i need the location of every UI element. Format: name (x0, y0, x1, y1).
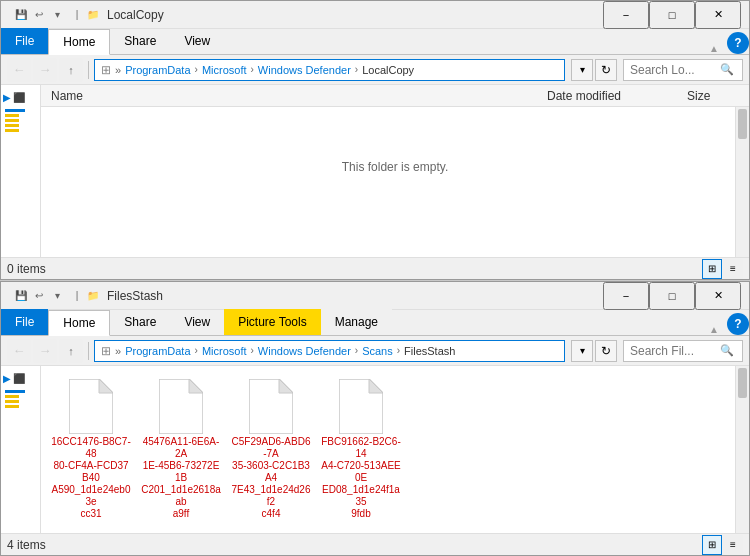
tab-view-2[interactable]: View (170, 309, 224, 335)
view-btn-list-2[interactable]: ≡ (723, 535, 743, 555)
separator-icon-2: | (69, 288, 85, 304)
nav-expand-2[interactable]: ▶ (3, 373, 11, 384)
view-btn-grid-1[interactable]: ⊞ (702, 259, 722, 279)
file-icon-item-file1[interactable]: 16CC1476-B8C7-4880-CF4A-FCD37B40A590_1d1… (51, 376, 131, 520)
dropdown-icon-1[interactable]: ▾ (49, 7, 65, 23)
bc2-programdata[interactable]: ProgramData (125, 345, 190, 357)
file-list-1: Name Date modified Size This folder is e… (41, 85, 749, 257)
tab-home-1[interactable]: Home (48, 29, 110, 55)
back-btn-2[interactable]: ← (7, 339, 31, 363)
forward-btn-1[interactable]: → (33, 58, 57, 82)
tab-manage-2[interactable]: Manage (321, 309, 392, 335)
search-icon-2[interactable]: 🔍 (720, 344, 734, 357)
bc2-microsoft[interactable]: Microsoft (202, 345, 247, 357)
nav-indicator-5 (5, 129, 19, 132)
col-size-1[interactable]: Size (683, 89, 743, 103)
bc-programdata[interactable]: ProgramData (125, 64, 190, 76)
view-btn-grid-2[interactable]: ⊞ (702, 535, 722, 555)
quick-access-2: 💾 ↩ ▾ (9, 288, 69, 304)
tab-view-1[interactable]: View (170, 28, 224, 54)
file-name-file1: 16CC1476-B8C7-4880-CF4A-FCD37B40A590_1d1… (51, 436, 131, 520)
tab-home-2[interactable]: Home (48, 310, 110, 336)
folder-title-icon-2: 📁 (85, 288, 101, 304)
tab-share-2[interactable]: Share (110, 309, 170, 335)
tab-picture-tools-2[interactable]: Picture Tools (224, 309, 320, 335)
toolbar-sep-2 (88, 342, 89, 360)
file-icon-item-file3[interactable]: C5F29AD6-ABD6-7A35-3603-C2C1B3A47E43_1d1… (231, 376, 311, 520)
address-dropdown-btn-2[interactable]: ▾ (571, 340, 593, 362)
help-btn-2[interactable]: ? (727, 313, 749, 335)
ribbon-collapse-btn-2[interactable]: ▲ (709, 324, 719, 335)
scrollbar-thumb-1 (738, 109, 747, 139)
scrollbar-v-1[interactable] (735, 107, 749, 257)
ribbon-collapse-btn-1[interactable]: ▲ (709, 43, 719, 54)
bc2-filesstash[interactable]: FilesStash (404, 345, 455, 357)
bc2-arr-1: › (195, 345, 198, 356)
bc-microsoft[interactable]: Microsoft (202, 64, 247, 76)
bc-arr-3: › (355, 64, 358, 75)
folder-title-icon: 📁 (85, 7, 101, 23)
address-path-2[interactable]: ⊞ » ProgramData › Microsoft › Windows De… (94, 340, 565, 362)
quick-save-icon[interactable]: 💾 (13, 7, 29, 23)
scrollbar-thumb-2 (738, 368, 747, 398)
bc2-scans[interactable]: Scans (362, 345, 393, 357)
main-area-2: ▶ ⬛ 16CC1476-B8C7-4880-CF4A-FCD37B40A590… (1, 366, 749, 533)
column-headers-1: Name Date modified Size (41, 85, 749, 107)
bc-localcopy[interactable]: LocalCopy (362, 64, 414, 76)
ribbon-2: File Home Share View Picture Tools Manag… (1, 310, 749, 336)
nav-indicator-22 (5, 395, 19, 398)
nav-expand-1[interactable]: ▶ (3, 92, 11, 103)
tab-file-1[interactable]: File (1, 28, 48, 54)
tab-share-1[interactable]: Share (110, 28, 170, 54)
bc-windefender[interactable]: Windows Defender (258, 64, 351, 76)
address-icon: ⊞ (101, 63, 111, 77)
window-controls-1: − □ ✕ (603, 1, 741, 29)
file-icon-item-file2[interactable]: 45476A11-6E6A-2A1E-45B6-73272E1BC201_1d1… (141, 376, 221, 520)
file-icon-svg-file3 (247, 376, 295, 436)
nav-indicator-3 (5, 119, 19, 122)
minimize-btn-2[interactable]: − (603, 282, 649, 310)
search-input-1[interactable] (630, 63, 720, 77)
icon-view-container-2: 16CC1476-B8C7-4880-CF4A-FCD37B40A590_1d1… (41, 366, 749, 533)
file-icon-item-file4[interactable]: FBC91662-B2C6-14A4-C720-513AEE0EED08_1d1… (321, 376, 401, 520)
file-icon-svg-file2 (157, 376, 205, 436)
up-btn-2[interactable]: ↑ (59, 339, 83, 363)
svg-marker-5 (279, 379, 293, 393)
nav-indicator-21 (5, 390, 25, 393)
svg-marker-3 (189, 379, 203, 393)
quick-save-icon-2[interactable]: 💾 (13, 288, 29, 304)
search-icon-1[interactable]: 🔍 (720, 63, 734, 76)
search-input-2[interactable] (630, 344, 720, 358)
search-box-2[interactable]: 🔍 (623, 340, 743, 362)
tab-file-2[interactable]: File (1, 309, 48, 335)
bc-sep-0: » (115, 64, 121, 76)
nav-indicator-1 (5, 109, 25, 112)
title-bar-2: 💾 ↩ ▾ | 📁 FilesStash − □ ✕ (1, 282, 749, 310)
col-name-1[interactable]: Name (47, 89, 543, 103)
maximize-btn-2[interactable]: □ (649, 282, 695, 310)
quick-undo-icon-2[interactable]: ↩ (31, 288, 47, 304)
nav-indicator-24 (5, 405, 19, 408)
bc2-windefender[interactable]: Windows Defender (258, 345, 351, 357)
up-btn-1[interactable]: ↑ (59, 58, 83, 82)
col-date-1[interactable]: Date modified (543, 89, 683, 103)
search-box-1[interactable]: 🔍 (623, 59, 743, 81)
forward-btn-2[interactable]: → (33, 339, 57, 363)
toolbar-2: ← → ↑ ⊞ » ProgramData › Microsoft › Wind… (1, 336, 749, 366)
help-btn-1[interactable]: ? (727, 32, 749, 54)
close-btn-1[interactable]: ✕ (695, 1, 741, 29)
window-filesstash: 💾 ↩ ▾ | 📁 FilesStash − □ ✕ File Home Sha… (0, 281, 750, 556)
address-path-1[interactable]: ⊞ » ProgramData › Microsoft › Windows De… (94, 59, 565, 81)
address-dropdown-btn-1[interactable]: ▾ (571, 59, 593, 81)
view-btn-list-1[interactable]: ≡ (723, 259, 743, 279)
back-btn-1[interactable]: ← (7, 58, 31, 82)
file-name-file2: 45476A11-6E6A-2A1E-45B6-73272E1BC201_1d1… (141, 436, 221, 520)
minimize-btn-1[interactable]: − (603, 1, 649, 29)
scrollbar-v-2[interactable] (735, 366, 749, 533)
address-refresh-btn-1[interactable]: ↻ (595, 59, 617, 81)
address-refresh-btn-2[interactable]: ↻ (595, 340, 617, 362)
close-btn-2[interactable]: ✕ (695, 282, 741, 310)
quick-undo-icon[interactable]: ↩ (31, 7, 47, 23)
dropdown-icon-2[interactable]: ▾ (49, 288, 65, 304)
maximize-btn-1[interactable]: □ (649, 1, 695, 29)
